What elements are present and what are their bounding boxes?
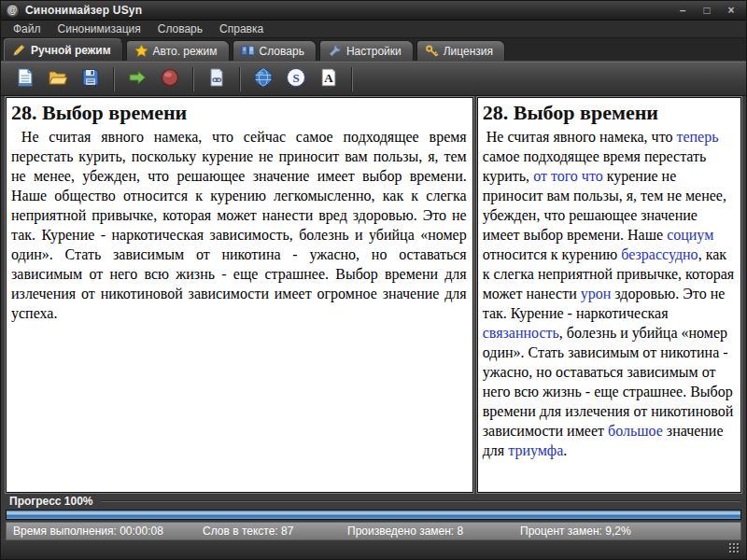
- source-text: Не считая явного намека, что сейчас само…: [11, 127, 467, 323]
- source-text-panel[interactable]: 28. Выбор времени Не считая явного намек…: [6, 97, 473, 493]
- stop-red-circle-icon: [160, 67, 180, 91]
- tab-label: Лицензия: [444, 45, 493, 58]
- skype-icon: S: [286, 67, 306, 91]
- tab-dictionary[interactable]: Словарь: [233, 40, 317, 61]
- synonym-replacement: большое: [608, 423, 663, 439]
- tab-label: Ручной режим: [31, 44, 111, 57]
- synonym-replacement: от того что: [533, 168, 603, 184]
- status-word-count: Слов в тексте: 87: [203, 525, 347, 538]
- svg-text:A: A: [324, 71, 333, 85]
- tab-bar: Ручной режим Авто. режим Словарь Настрой…: [1, 38, 746, 62]
- toolbar-separator: [239, 67, 241, 91]
- stop-button[interactable]: [157, 66, 183, 92]
- progress-fill: [7, 511, 740, 520]
- menu-help[interactable]: Справка: [211, 21, 272, 37]
- menu-file[interactable]: Файл: [5, 21, 49, 37]
- source-heading: 28. Выбор времени: [11, 101, 467, 125]
- app-window: @ Синонимайзер USyn – □ × Файл Синонимиз…: [0, 0, 747, 560]
- titlebar: @ Синонимайзер USyn – □ ×: [1, 1, 746, 21]
- menu-dictionary[interactable]: Словарь: [149, 21, 211, 37]
- star-icon: [134, 44, 148, 58]
- toolbar-separator: [351, 67, 353, 91]
- pencil-icon: [12, 43, 26, 57]
- save-button[interactable]: [78, 66, 104, 92]
- run-green-arrow-icon: [127, 67, 148, 91]
- new-document-button[interactable]: [12, 66, 38, 92]
- maximize-button[interactable]: □: [699, 4, 714, 17]
- synonym-replacement: безрассудно: [621, 246, 698, 262]
- close-button[interactable]: ×: [724, 4, 739, 17]
- result-text-panel[interactable]: 28. Выбор времени Не считая явного намек…: [477, 97, 741, 493]
- main-area: 28. Выбор времени Не считая явного намек…: [1, 96, 746, 493]
- save-floppy-icon: [80, 67, 101, 91]
- tab-manual-mode[interactable]: Ручной режим: [4, 38, 123, 61]
- tab-auto-mode[interactable]: Авто. режим: [126, 40, 230, 61]
- tab-label: Авто. режим: [153, 45, 218, 58]
- wrench-icon: [328, 44, 342, 58]
- synonym-replacement: теперь: [676, 129, 718, 145]
- website-button[interactable]: [250, 66, 276, 92]
- globe-web-icon: [253, 67, 274, 91]
- tab-license[interactable]: Лицензия: [416, 40, 505, 61]
- synonym-replacement: триумфа: [508, 442, 563, 458]
- synonym-replacement: социум: [667, 227, 713, 243]
- status-replacement-percent: Процент замен: 9,2%: [520, 525, 631, 538]
- open-folder-icon: [48, 67, 68, 91]
- font-letter-a-icon: A: [318, 67, 339, 91]
- toolbar-separator: [113, 67, 115, 91]
- key-icon: [425, 44, 439, 58]
- app-logo-icon: @: [6, 4, 20, 18]
- toolbar-separator: [192, 67, 194, 91]
- book-icon: [241, 44, 255, 58]
- progress-bar: [6, 510, 741, 521]
- run-button[interactable]: [124, 66, 150, 92]
- open-folder-button[interactable]: [45, 66, 71, 92]
- svg-text:S: S: [292, 70, 299, 84]
- synonym-replacement: связанность: [483, 325, 559, 341]
- document-link-icon: [206, 67, 227, 91]
- bottom-frame: [1, 540, 746, 559]
- progress-groove-line: [101, 500, 740, 502]
- font-button[interactable]: A: [316, 66, 342, 92]
- status-replacements-count: Произведено замен: 8: [347, 525, 520, 538]
- minimize-button[interactable]: –: [675, 4, 690, 17]
- tab-label: Словарь: [260, 45, 304, 58]
- status-elapsed-time: Время выполнения: 00:00:08: [13, 525, 203, 538]
- resize-grip[interactable]: [729, 543, 740, 554]
- copy-result-button[interactable]: [204, 66, 230, 92]
- skype-button[interactable]: S: [283, 66, 309, 92]
- new-document-icon: [15, 67, 35, 91]
- window-title: Синонимайзер USyn: [25, 4, 675, 17]
- result-heading: 28. Выбор времени: [483, 101, 735, 125]
- progress-group: Прогресс 100%: [1, 494, 746, 508]
- tab-label: Настройки: [346, 45, 402, 58]
- result-text: Не считая явного намека, что теперь само…: [483, 127, 735, 460]
- synonym-replacement: урон: [581, 286, 612, 301]
- tab-settings[interactable]: Настройки: [319, 40, 414, 61]
- menubar: Файл Синонимизация Словарь Справка: [1, 21, 746, 38]
- toolbar: S A: [1, 62, 746, 96]
- status-bar: Время выполнения: 00:00:08 Слов в тексте…: [6, 522, 741, 539]
- menu-synonymization[interactable]: Синонимизация: [49, 21, 149, 37]
- progress-label: Прогресс 100%: [9, 495, 93, 508]
